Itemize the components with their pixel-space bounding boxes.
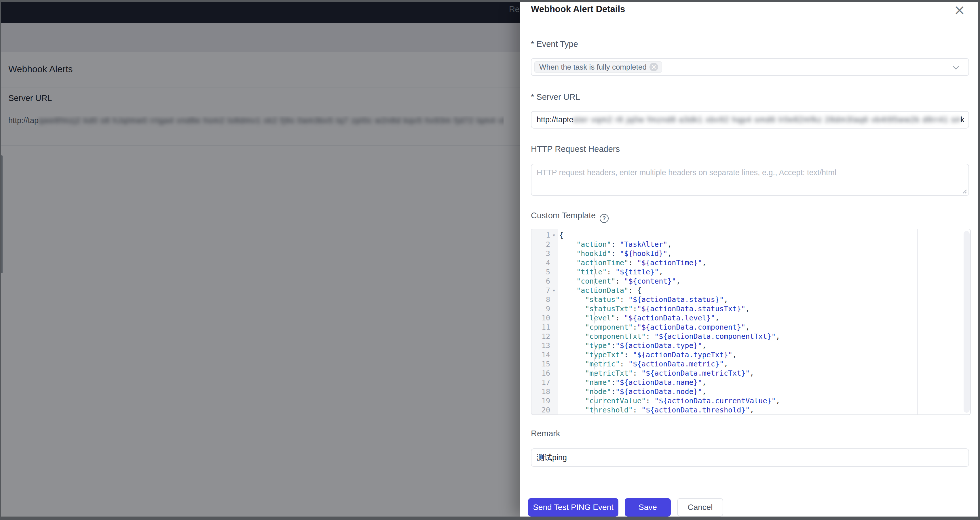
cancel-button[interactable]: Cancel xyxy=(677,498,723,517)
line-number: 14 xyxy=(531,350,550,360)
gutter-line: 2 xyxy=(531,240,558,249)
gutter-line: 4 xyxy=(531,258,558,268)
chevron-down-icon xyxy=(953,63,959,70)
gutter-line: 6 xyxy=(531,277,558,286)
custom-template-code-editor[interactable]: 1▾234567▾891011121314151617181920 { "act… xyxy=(531,229,971,415)
fold-arrow-icon xyxy=(550,378,558,387)
code-line: "title": "${title}", xyxy=(559,268,970,277)
required-mark: * xyxy=(531,92,534,101)
code-lines: { "action": "TaskAlter", "hookId": "${ho… xyxy=(559,231,970,414)
gutter-line: 13 xyxy=(531,341,558,350)
fold-arrow-icon xyxy=(550,249,558,258)
code-line: "actionData": { xyxy=(559,286,970,295)
line-number: 10 xyxy=(531,314,550,323)
gutter-line: 7▾ xyxy=(531,286,558,295)
gutter-line: 17 xyxy=(531,378,558,387)
fold-arrow-icon xyxy=(550,341,558,350)
indent-guide xyxy=(603,295,603,414)
code-line: "componentTxt": "${actionData.componentT… xyxy=(559,332,970,341)
save-button[interactable]: Save xyxy=(625,498,671,517)
line-number: 3 xyxy=(531,249,550,258)
http-headers-label: HTTP Request Headers xyxy=(531,144,620,154)
fold-arrow-icon xyxy=(550,314,558,323)
fold-arrow-icon xyxy=(550,277,558,286)
custom-template-label: Custom Template? xyxy=(531,211,609,223)
custom-template-label-text: Custom Template xyxy=(531,211,596,220)
gutter-line: 20 xyxy=(531,406,558,415)
gutter-line: 11 xyxy=(531,323,558,332)
line-number: 18 xyxy=(531,387,550,396)
gutter-line: 18 xyxy=(531,387,558,396)
code-line: "component":"${actionData.component}", xyxy=(559,323,970,332)
code-line: "actionTime": "${actionTime}", xyxy=(559,258,970,268)
code-line: "typeTxt": "${actionData.typeTxt}", xyxy=(559,350,970,360)
event-type-tag-text: When the task is fully completed xyxy=(539,63,647,71)
line-number: 9 xyxy=(531,304,550,314)
gutter-line: 12 xyxy=(531,332,558,341)
modal-overlay[interactable] xyxy=(0,0,520,520)
server-url-suffix: k xyxy=(961,115,965,124)
remark-field xyxy=(531,449,969,467)
code-line: "hookId": "${hookId}", xyxy=(559,249,970,258)
window-border xyxy=(978,0,980,520)
code-line: "action": "TaskAlter", xyxy=(559,240,970,249)
server-url-input[interactable]: http://taptester vqm2 r8 jq0w fmznd8 a3d… xyxy=(531,111,969,128)
code-line: "metricTxt": "${actionData.metricTxt}", xyxy=(559,369,970,378)
line-number: 4 xyxy=(531,258,550,268)
fold-arrow-icon xyxy=(550,350,558,360)
code-line: "node":"${actionData.node}", xyxy=(559,387,970,396)
fold-arrow-icon xyxy=(550,268,558,277)
line-number: 2 xyxy=(531,240,550,249)
help-icon[interactable]: ? xyxy=(600,214,609,223)
line-number: 11 xyxy=(531,323,550,332)
fold-arrow-icon xyxy=(550,304,558,314)
line-number: 20 xyxy=(531,406,550,415)
server-url-label: *Server URL xyxy=(531,92,580,102)
event-type-select[interactable]: When the task is fully completed × xyxy=(531,58,969,76)
code-line: "status": "${actionData.status}", xyxy=(559,295,970,304)
code-line: "type":"${actionData.type}", xyxy=(559,341,970,350)
close-icon[interactable]: × xyxy=(954,2,965,18)
gutter-line: 14 xyxy=(531,350,558,360)
gutter-line: 8 xyxy=(531,295,558,304)
gutter-line: 15 xyxy=(531,360,558,369)
gutter-line: 1▾ xyxy=(531,231,558,240)
http-headers-field xyxy=(531,164,969,196)
code-line: "threshold": "${actionData.threshold}", xyxy=(559,406,970,414)
line-number: 17 xyxy=(531,378,550,387)
line-number: 15 xyxy=(531,360,550,369)
http-headers-textarea[interactable] xyxy=(531,164,969,195)
fold-arrow-icon xyxy=(550,323,558,332)
gutter-line: 3 xyxy=(531,249,558,258)
gutter-line: 5 xyxy=(531,268,558,277)
fold-arrow-icon xyxy=(550,240,558,249)
fold-arrow-icon[interactable]: ▾ xyxy=(550,286,558,295)
send-test-ping-button[interactable]: Send Test PING Event xyxy=(528,498,619,517)
fold-arrow-icon xyxy=(550,258,558,268)
line-number: 12 xyxy=(531,332,550,341)
column-ruler xyxy=(917,229,918,414)
line-number: 8 xyxy=(531,295,550,304)
fold-arrow-icon[interactable]: ▾ xyxy=(550,231,558,240)
editor-scrollbar[interactable] xyxy=(964,231,970,413)
remark-input[interactable] xyxy=(531,449,969,466)
server-url-blurred: ster vqm2 r8 jq0w fmznd8 a3dk1 xbv92 hqp… xyxy=(573,115,961,124)
resize-handle-icon[interactable] xyxy=(961,187,967,194)
gutter-line: 10 xyxy=(531,314,558,323)
line-number: 19 xyxy=(531,396,550,406)
code-line: "content": "${content}", xyxy=(559,277,970,286)
window-border xyxy=(0,0,1,520)
tag-remove-icon[interactable]: × xyxy=(649,63,658,71)
required-mark: * xyxy=(531,40,534,49)
gutter-line: 16 xyxy=(531,369,558,378)
indent-guide xyxy=(594,240,595,414)
editor-code-area[interactable]: { "action": "TaskAlter", "hookId": "${ho… xyxy=(558,229,970,414)
code-line: "metric": "${actionData.metric}", xyxy=(559,360,970,369)
line-number: 16 xyxy=(531,369,550,378)
line-number: 5 xyxy=(531,268,550,277)
fold-arrow-icon xyxy=(550,360,558,369)
server-url-label-text: Server URL xyxy=(536,92,580,101)
fold-arrow-icon xyxy=(550,332,558,341)
code-line: "name":"${actionData.name}", xyxy=(559,378,970,387)
code-line: "statusTxt":"${actionData.statusTxt}", xyxy=(559,304,970,314)
